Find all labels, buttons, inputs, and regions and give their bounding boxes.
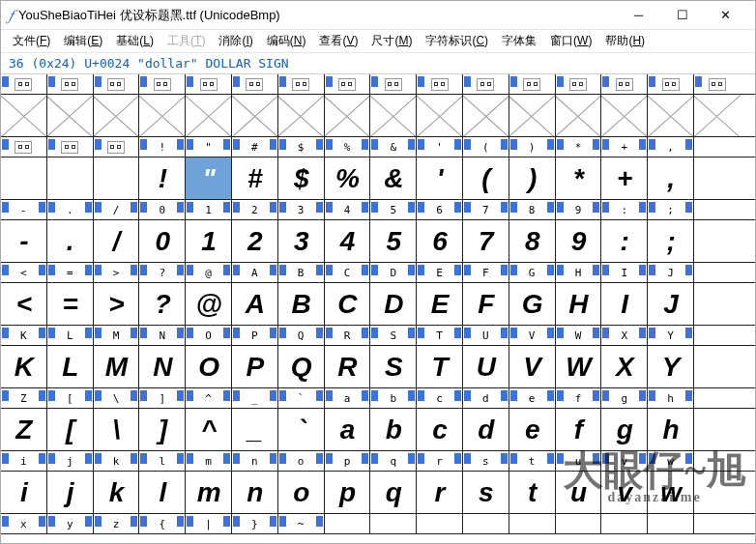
glyph-cell[interactable]: D	[370, 283, 417, 325]
glyph-cell[interactable]	[648, 95, 694, 136]
glyph-cell[interactable]: 9	[556, 220, 602, 262]
glyph-cell[interactable]: #	[232, 157, 278, 199]
glyph-cell[interactable]: 2	[232, 220, 278, 262]
glyph-cell[interactable]	[94, 157, 140, 199]
glyph-cell[interactable]: )	[509, 157, 556, 199]
glyph-cell[interactable]: p	[325, 472, 371, 513]
glyph-cell[interactable]: 3	[278, 220, 325, 262]
glyph-cell[interactable]: <	[1, 283, 47, 325]
glyph-cell[interactable]: !	[139, 157, 186, 199]
glyph-cell[interactable]: b	[370, 409, 417, 450]
glyph-cell[interactable]: O	[186, 346, 232, 387]
glyph-cell[interactable]	[694, 472, 741, 513]
glyph-cell[interactable]: k	[94, 472, 140, 513]
glyph-cell[interactable]: i	[1, 472, 47, 513]
glyph-cell[interactable]	[47, 95, 94, 136]
glyph-cell[interactable]: w	[648, 472, 694, 513]
glyph-cell[interactable]: q	[370, 472, 417, 513]
glyph-cell[interactable]: A	[232, 283, 278, 325]
glyph-cell[interactable]: g	[601, 409, 648, 450]
glyph-cell[interactable]: ,	[648, 157, 694, 199]
glyph-cell[interactable]	[694, 283, 741, 325]
glyph-cell[interactable]: 1	[186, 220, 232, 262]
glyph-cell[interactable]: ;	[648, 220, 694, 262]
glyph-cell[interactable]: j	[47, 472, 94, 513]
glyph-cell[interactable]: ]	[139, 409, 186, 450]
maximize-button[interactable]: ☐	[660, 2, 704, 29]
glyph-cell[interactable]: F	[463, 283, 509, 325]
glyph-cell[interactable]: d	[463, 409, 509, 450]
glyph-cell[interactable]: K	[1, 346, 47, 387]
glyph-cell[interactable]	[694, 346, 741, 387]
menu-F[interactable]: 文件(F)	[7, 31, 56, 51]
glyph-cell[interactable]: ^	[186, 409, 232, 450]
glyph-cell[interactable]: V	[509, 346, 556, 387]
menu-L[interactable]: 基础(L)	[110, 31, 160, 51]
menu-V[interactable]: 查看(V)	[313, 31, 363, 51]
glyph-cell[interactable]: &	[370, 157, 417, 199]
glyph-cell[interactable]: +	[601, 157, 648, 199]
glyph-cell[interactable]	[325, 95, 371, 136]
glyph-cell[interactable]: M	[94, 346, 140, 387]
glyph-cell[interactable]	[694, 220, 741, 262]
glyph-cell[interactable]	[278, 95, 325, 136]
glyph-cell[interactable]	[694, 157, 741, 199]
glyph-cell[interactable]: H	[556, 283, 602, 325]
glyph-cell[interactable]: @	[186, 283, 232, 325]
glyph-cell[interactable]	[139, 95, 186, 136]
glyph-cell[interactable]: 7	[463, 220, 509, 262]
glyph-cell[interactable]	[417, 95, 463, 136]
glyph-cell[interactable]: Q	[278, 346, 325, 387]
glyph-cell[interactable]: G	[509, 283, 556, 325]
glyph-cell[interactable]: E	[417, 283, 463, 325]
glyph-cell[interactable]: `	[278, 409, 325, 450]
glyph-cell[interactable]: s	[463, 472, 509, 513]
glyph-cell[interactable]: %	[325, 157, 371, 199]
glyph-cell[interactable]: m	[186, 472, 232, 513]
glyph-cell[interactable]: (	[463, 157, 509, 199]
glyph-cell[interactable]: S	[370, 346, 417, 387]
close-button[interactable]: ✕	[704, 2, 747, 29]
glyph-cell[interactable]: r	[417, 472, 463, 513]
glyph-cell[interactable]: >	[94, 283, 140, 325]
glyph-cell[interactable]: 6	[417, 220, 463, 262]
glyph-cell[interactable]: \	[94, 409, 140, 450]
glyph-cell[interactable]: "	[186, 157, 232, 199]
menu-M[interactable]: 尺寸(M)	[365, 31, 418, 51]
glyph-cell[interactable]: .	[47, 220, 94, 262]
glyph-cell[interactable]: :	[601, 220, 648, 262]
glyph-cell[interactable]: *	[556, 157, 602, 199]
glyph-cell[interactable]: /	[94, 220, 140, 262]
menu-I[interactable]: 消除(I)	[213, 31, 258, 51]
glyph-cell[interactable]: -	[1, 220, 47, 262]
menu-N[interactable]: 编码(N)	[261, 31, 312, 51]
glyph-cell[interactable]: X	[601, 346, 648, 387]
glyph-cell[interactable]	[694, 409, 741, 450]
glyph-cell[interactable]: o	[278, 472, 325, 513]
menu-H[interactable]: 帮助(H)	[599, 31, 651, 51]
glyph-cell[interactable]: u	[556, 472, 602, 513]
glyph-cell[interactable]: =	[47, 283, 94, 325]
glyph-cell[interactable]: l	[139, 472, 186, 513]
glyph-cell[interactable]	[47, 157, 94, 199]
glyph-cell[interactable]: a	[325, 409, 371, 450]
glyph-cell[interactable]: '	[417, 157, 463, 199]
glyph-cell[interactable]: Y	[648, 346, 694, 387]
glyph-cell[interactable]: 5	[370, 220, 417, 262]
menu-字体集[interactable]: 字体集	[496, 31, 542, 51]
glyph-cell[interactable]	[232, 95, 278, 136]
glyph-cell[interactable]: v	[601, 472, 648, 513]
glyph-cell[interactable]	[1, 157, 47, 199]
glyph-cell[interactable]: f	[556, 409, 602, 450]
glyph-cell[interactable]	[186, 95, 232, 136]
menu-W[interactable]: 窗口(W)	[544, 31, 597, 51]
glyph-cell[interactable]: 0	[139, 220, 186, 262]
glyph-cell[interactable]: $	[278, 157, 325, 199]
glyph-cell[interactable]: t	[509, 472, 556, 513]
glyph-cell[interactable]: I	[601, 283, 648, 325]
glyph-cell[interactable]: [	[47, 409, 94, 450]
glyph-cell[interactable]: T	[417, 346, 463, 387]
glyph-cell[interactable]: P	[232, 346, 278, 387]
glyph-cell[interactable]	[1, 95, 47, 136]
glyph-cell[interactable]	[556, 95, 602, 136]
